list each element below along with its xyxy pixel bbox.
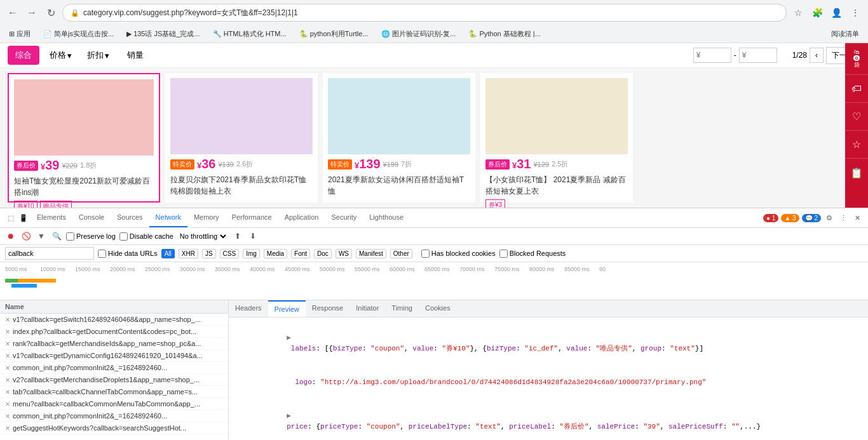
network-toolbar: ⏺ 🚫 ▼ 🔍 Preserve log Disable cache No th… [0, 228, 868, 245]
tab-sources[interactable]: Sources [111, 208, 149, 227]
search-button[interactable]: 🔍 [51, 230, 62, 242]
bookmark-captcha[interactable]: 🌐 图片验证码识别-复... [377, 28, 460, 40]
bookmarks-bar: ⊞ 应用 📄 简单js实现点击按... ▶ 135话 JS基础_完成... 🔧 … [0, 25, 868, 43]
tab-elements[interactable]: Elements [31, 208, 72, 227]
device-toggle-button[interactable]: 📱 [17, 213, 31, 223]
filter-type-media[interactable]: Media [264, 249, 287, 258]
filter-input[interactable] [5, 247, 94, 260]
product-tags-1: 券¥10 唯品专供 [14, 201, 154, 208]
blocked-requests-label[interactable]: Blocked Requests [499, 250, 566, 258]
clipboard-button[interactable]: 📋 [845, 159, 868, 187]
profile-button[interactable]: 👤 [829, 5, 844, 20]
filter-toggle-button[interactable]: ▼ [36, 230, 47, 242]
request-item-3[interactable]: ✕ rank?callback=getMerchandiseIds&app_na… [0, 338, 228, 350]
request-item-2[interactable]: ✕ index.php?callback=getDocumentContent&… [0, 326, 228, 338]
forward-button[interactable]: → [24, 5, 39, 20]
tab-lighthouse[interactable]: Lighthouse [363, 208, 410, 227]
inspect-button[interactable]: ⬚ [5, 213, 17, 223]
tab-network[interactable]: Network [149, 208, 187, 227]
throttle-select[interactable]: No throttling [177, 232, 228, 241]
address-bar[interactable]: 🔒 category.vip.com/suggest.php?keyword=女… [62, 4, 787, 22]
product-card-3[interactable]: 特卖价 139 ¥199 7折 2021夏季新款女运动休闲百搭舒适短袖T恤 [323, 73, 475, 203]
preserve-log-label[interactable]: Preserve log [66, 232, 116, 241]
cart-button[interactable]: 🛍 0 袋 [845, 43, 868, 75]
devtools-menu-button[interactable]: ⋮ [837, 213, 850, 223]
tab-console[interactable]: Console [72, 208, 111, 227]
filter-type-css[interactable]: CSS [220, 249, 240, 258]
product-title-2: 拉夏贝尔旗下2021春季新品女款印花T恤纯棉圆领短袖上衣 [170, 174, 313, 197]
menu-button[interactable]: ⋮ [848, 5, 863, 20]
filter-tab-销量[interactable]: 销量 [119, 46, 151, 65]
filter-tab-价格[interactable]: 价格 ▾ [44, 46, 77, 65]
clear-button[interactable]: 🚫 [20, 230, 32, 242]
prev-page-button[interactable]: ‹ [810, 48, 824, 63]
filter-type-other[interactable]: Other [390, 249, 412, 258]
settings-button[interactable]: ⚙ [824, 213, 835, 223]
json-viewer: ▶ labels: [{bizType: "coupon", value: "券… [229, 317, 868, 440]
filter-type-doc[interactable]: Doc [314, 249, 332, 258]
blocked-requests-checkbox[interactable] [499, 250, 508, 258]
preserve-log-checkbox[interactable] [66, 232, 74, 241]
product-card-2[interactable]: 特卖价 36 ¥139 2.6折 拉夏贝尔旗下2021春季新品女款印花T恤纯棉圆… [165, 73, 318, 203]
bookmark-apps[interactable]: ⊞ 应用 [5, 28, 34, 40]
devtools-status-badges: ● 1 ▲ 3 💬 2 ⚙ ⋮ ✕ [763, 213, 863, 223]
tab-security[interactable]: Security [325, 208, 363, 227]
details-tab-response[interactable]: Response [306, 300, 350, 317]
request-item-8[interactable]: ✕ menu?callback=callbackCommonMenuTabCom… [0, 398, 228, 410]
hide-data-urls-checkbox[interactable] [98, 250, 106, 258]
blocked-cookies-label[interactable]: Has blocked cookies [421, 250, 496, 258]
request-item-7[interactable]: ✕ tab?callback=callbackChannelTabCommon&… [0, 386, 228, 398]
reload-button[interactable]: ↻ [43, 5, 58, 20]
filter-type-xhr[interactable]: XHR [179, 249, 198, 258]
product-image-2 [170, 78, 313, 154]
details-tab-cookies[interactable]: Cookies [419, 300, 457, 317]
hide-data-urls-label[interactable]: Hide data URLs [98, 250, 158, 258]
close-devtools-button[interactable]: ✕ [852, 213, 863, 223]
product-title-4: 【小女孩印花T恤】 2021夏季新品 减龄百搭短袖女夏上衣 [485, 174, 628, 197]
bookmark-js[interactable]: 📄 简单js实现点击按... [39, 28, 118, 40]
request-item-9[interactable]: ✕ common_init.php?commonInit2&_=16248924… [0, 410, 228, 422]
tab-application[interactable]: Application [278, 208, 325, 227]
price-discount-2: 2.6折 [236, 159, 253, 169]
bookmark-python-turtle[interactable]: 🐍 python利用Turtle... [295, 28, 372, 40]
price-to-input[interactable] [739, 48, 777, 63]
bookmark-135[interactable]: ▶ 135话 JS基础_完成... [123, 28, 204, 40]
product-card-4[interactable]: 券后价 31 ¥129 2.5折 【小女孩印花T恤】 2021夏季新品 减龄百搭… [480, 73, 633, 203]
disable-cache-checkbox[interactable] [119, 232, 128, 241]
filter-type-img[interactable]: Img [243, 249, 260, 258]
import-button[interactable]: ⬆ [232, 230, 243, 242]
filter-type-js[interactable]: JS [202, 249, 216, 258]
extensions-button[interactable]: 🧩 [810, 5, 825, 20]
filter-type-font[interactable]: Font [291, 249, 310, 258]
request-item-5[interactable]: ✕ common_init.php?commonInit2&_=16248924… [0, 362, 228, 374]
filter-tab-折扣[interactable]: 折扣 ▾ [82, 46, 114, 65]
bookmark-python-tutorial[interactable]: 🐍 Python 基础教程 |... [465, 28, 544, 40]
request-item-4[interactable]: ✕ v1?callback=getDynamicConfig1624892461… [0, 350, 228, 362]
price-from-input[interactable] [693, 48, 731, 63]
record-button[interactable]: ⏺ [5, 230, 17, 242]
tab-memory[interactable]: Memory [187, 208, 226, 227]
back-button[interactable]: ← [5, 5, 20, 20]
details-tab-timing[interactable]: Timing [385, 300, 419, 317]
reading-list-button[interactable]: 阅读清单 [827, 28, 863, 40]
coupon-button[interactable]: 🏷 [845, 75, 868, 103]
export-button[interactable]: ⬇ [247, 230, 259, 242]
product-card-1[interactable]: 券后价 39 ¥229 1.8折 短袖T恤女宽松显瘦2021新款可爱减龄百搭in… [8, 73, 160, 203]
filter-tab-综合[interactable]: 综合 [8, 46, 39, 65]
details-tab-preview[interactable]: Preview [268, 300, 306, 317]
favorites-button[interactable]: ♡ [845, 103, 868, 131]
tab-performance[interactable]: Performance [226, 208, 278, 227]
star-button[interactable]: ☆ [845, 131, 868, 159]
bookmark-star-button[interactable]: ☆ [790, 5, 806, 20]
bookmark-html[interactable]: 🔧 HTML格式化 HTM... [209, 28, 290, 40]
disable-cache-label[interactable]: Disable cache [119, 232, 173, 241]
request-item-1[interactable]: ✕ v1?callback=getSwitch1624892460468&app… [0, 314, 228, 326]
filter-type-ws[interactable]: WS [336, 249, 352, 258]
request-item-6[interactable]: ✕ v2?callback=getMerchandiseDroplets1&ap… [0, 374, 228, 386]
details-tab-headers[interactable]: Headers [229, 300, 268, 317]
blocked-cookies-checkbox[interactable] [421, 250, 430, 258]
details-tab-initiator[interactable]: Initiator [349, 300, 385, 317]
filter-type-all[interactable]: All [161, 249, 175, 258]
filter-type-manifest[interactable]: Manifest [356, 249, 386, 258]
request-item-10[interactable]: ✕ getSuggestHotKeywords?callback=searchS… [0, 422, 228, 434]
